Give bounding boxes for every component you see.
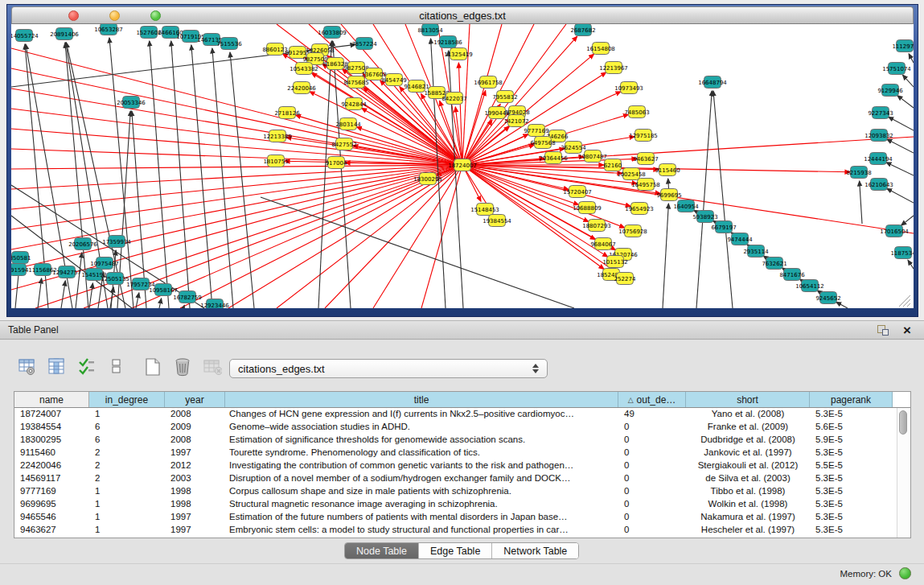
network-node[interactable]: 16154808: [586, 43, 615, 55]
network-node[interactable]: 9129946: [877, 84, 903, 97]
table-cell[interactable]: 5.3E-5: [810, 408, 893, 421]
table-cell[interactable]: 1: [89, 408, 165, 421]
table-cell[interactable]: Jankovic et al. (1997): [686, 447, 810, 459]
table-cell[interactable]: Nakamura et al. (1997): [686, 511, 810, 524]
network-node[interactable]: 16648794: [698, 76, 727, 89]
memory-status-indicator[interactable]: [899, 567, 911, 579]
table-cell[interactable]: 1998: [165, 485, 225, 498]
network-node[interactable]: 5938923: [692, 211, 717, 223]
table-cell[interactable]: Estimation of the future numbers of pati…: [225, 511, 618, 524]
network-node[interactable]: 8215938: [846, 167, 871, 179]
close-panel-icon[interactable]: ×: [903, 321, 911, 340]
network-node[interactable]: 15751074: [882, 63, 911, 75]
tab-network-table[interactable]: Network Table: [492, 543, 578, 558]
network-edge-black[interactable]: [908, 260, 914, 269]
table-row[interactable]: 2242004622012Investigating the contribut…: [14, 459, 897, 472]
table-cell[interactable]: 1: [89, 511, 165, 524]
network-node[interactable]: 62160: [604, 159, 622, 171]
network-edge-black[interactable]: [887, 188, 914, 203]
network-node[interactable]: 22420046: [287, 82, 316, 94]
table-cell[interactable]: Changes of HCN gene expression and I(f) …: [225, 408, 618, 421]
network-node[interactable]: 7485063: [624, 106, 649, 118]
table-cell[interactable]: 1997: [165, 524, 225, 537]
table-cell[interactable]: Franke et al. (2009): [686, 421, 810, 434]
table-cell[interactable]: 5.3E-5: [810, 485, 893, 498]
table-cell[interactable]: de Silva et al. (2003): [686, 472, 810, 485]
network-node[interactable]: 12444194: [864, 153, 893, 165]
table-row[interactable]: 969969511998Structural magnetic resonanc…: [14, 498, 897, 511]
scrollbar-thumb[interactable]: [899, 410, 907, 435]
rows-icon[interactable]: [107, 357, 126, 377]
table-cell[interactable]: Tibbo et al. (1998): [686, 485, 810, 498]
network-edge-red[interactable]: [462, 36, 577, 165]
network-node[interactable]: 17016504: [880, 225, 909, 237]
float-panel-icon[interactable]: [877, 325, 889, 336]
network-node[interactable]: 2687682: [570, 24, 595, 36]
network-edge-black[interactable]: [897, 96, 914, 108]
network-edge-red[interactable]: [11, 129, 462, 165]
table-row[interactable]: 977716911998Corpus callosum shape and si…: [14, 485, 897, 498]
column-header-title[interactable]: title: [225, 392, 618, 407]
table-cell[interactable]: 5.3E-5: [810, 498, 893, 511]
column-header-out_de[interactable]: △out_de…: [618, 392, 686, 407]
network-edge-black[interactable]: [230, 52, 254, 308]
network-node[interactable]: 1640954: [673, 200, 699, 212]
network-node[interactable]: 12923446: [200, 299, 229, 309]
network-node[interactable]: 10688809: [573, 202, 602, 214]
network-edge-black[interactable]: [191, 45, 212, 308]
network-node[interactable]: 20891406: [50, 28, 79, 40]
table-cell[interactable]: 2012: [165, 459, 225, 472]
table-cell[interactable]: 0: [618, 498, 686, 511]
show-columns-icon[interactable]: [47, 357, 67, 377]
network-node[interactable]: 16961758: [474, 76, 503, 89]
table-cell[interactable]: 9777169: [14, 485, 89, 498]
network-edge-black[interactable]: [902, 75, 914, 87]
table-cell[interactable]: 9465546: [14, 511, 89, 524]
network-node[interactable]: 1187534: [890, 247, 914, 259]
table-cell[interactable]: 1998: [165, 498, 225, 511]
new-document-icon[interactable]: [143, 357, 162, 377]
tab-node-table[interactable]: Node Table: [345, 543, 419, 558]
table-row[interactable]: 1456911722003Disruption of a novel membe…: [14, 472, 897, 485]
network-node[interactable]: 2718126: [274, 107, 300, 119]
table-cell[interactable]: 2: [89, 459, 165, 472]
table-cell[interactable]: 14569117: [14, 472, 89, 485]
table-cell[interactable]: Wolkin et al. (1998): [686, 498, 810, 511]
table-cell[interactable]: 5.3E-5: [810, 447, 893, 459]
table-cell[interactable]: Hescheler et al. (1997): [686, 524, 810, 537]
table-cell[interactable]: 0: [618, 434, 686, 447]
network-node[interactable]: 10653287: [94, 24, 123, 35]
table-cell[interactable]: 6: [89, 421, 165, 434]
network-edge-black[interactable]: [61, 281, 65, 308]
network-node[interactable]: 9115460: [655, 164, 680, 176]
table-cell[interactable]: 2003: [165, 472, 225, 485]
table-cell[interactable]: 49: [618, 408, 686, 421]
table-row[interactable]: 946362711997Embryonic stem cells: a mode…: [14, 524, 897, 537]
network-node[interactable]: 9474444: [727, 233, 753, 245]
network-edge-black[interactable]: [889, 117, 914, 130]
table-cell[interactable]: 0: [618, 485, 686, 498]
table-cell[interactable]: 0: [618, 511, 686, 524]
network-node[interactable]: 15148453: [470, 204, 499, 216]
table-cell[interactable]: 2008: [165, 408, 225, 421]
table-cell[interactable]: 19384554: [14, 421, 89, 434]
network-node[interactable]: 20206576: [68, 238, 97, 250]
table-cell[interactable]: 2: [89, 472, 165, 485]
network-edge-red[interactable]: [35, 165, 462, 308]
table-cell[interactable]: 1997: [165, 447, 225, 459]
network-node[interactable]: 12975185: [629, 130, 658, 142]
table-row[interactable]: 1872400712008Changes of HCN gene express…: [14, 408, 897, 421]
network-node[interactable]: 14055724: [11, 30, 39, 42]
network-node[interactable]: 391594: [11, 264, 29, 276]
table-cell[interactable]: 6: [89, 434, 165, 447]
network-node[interactable]: 1112973: [892, 40, 914, 52]
table-cell[interactable]: 5.6E-5: [810, 421, 893, 434]
table-cell[interactable]: Disruption of a novel member of a sodium…: [225, 472, 618, 485]
table-cell[interactable]: 18724007: [14, 408, 89, 421]
network-edge-black[interactable]: [38, 278, 42, 308]
table-cell[interactable]: 18300295: [14, 434, 89, 447]
network-edge-black[interactable]: [171, 41, 190, 308]
network-edge-black[interactable]: [886, 163, 914, 175]
table-selector-dropdown[interactable]: citations_edges.txt: [229, 359, 548, 378]
network-node[interactable]: 3624554: [561, 142, 586, 154]
